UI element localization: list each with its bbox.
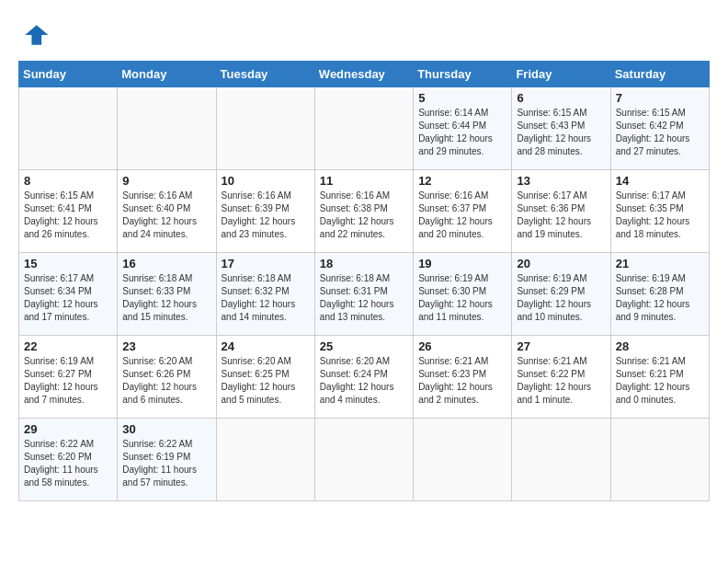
calendar-cell: 16Sunrise: 6:18 AMSunset: 6:33 PMDayligh… — [118, 253, 216, 336]
day-info: Sunrise: 6:15 AMSunset: 6:42 PMDaylight:… — [616, 107, 704, 158]
calendar-cell: 5Sunrise: 6:14 AMSunset: 6:44 PMDaylight… — [414, 87, 512, 170]
day-number: 5 — [418, 91, 506, 105]
svg-marker-0 — [25, 25, 48, 45]
day-number: 22 — [24, 339, 112, 353]
day-number: 7 — [616, 91, 704, 105]
weekday-header-row: SundayMondayTuesdayWednesdayThursdayFrid… — [19, 62, 710, 87]
day-info: Sunrise: 6:16 AMSunset: 6:39 PMDaylight:… — [222, 190, 310, 241]
day-info: Sunrise: 6:18 AMSunset: 6:32 PMDaylight:… — [222, 272, 310, 324]
day-number: 21 — [616, 257, 704, 270]
calendar-cell — [610, 419, 709, 501]
calendar-cell: 7Sunrise: 6:15 AMSunset: 6:42 PMDaylight… — [610, 87, 709, 170]
calendar-cell: 12Sunrise: 6:16 AMSunset: 6:37 PMDayligh… — [414, 170, 512, 253]
day-number: 26 — [418, 339, 506, 353]
weekday-header: Monday — [118, 62, 216, 87]
logo — [18, 18, 55, 52]
day-number: 18 — [320, 257, 408, 270]
calendar-cell: 14Sunrise: 6:17 AMSunset: 6:35 PMDayligh… — [610, 170, 709, 253]
calendar-table: SundayMondayTuesdayWednesdayThursdayFrid… — [18, 61, 710, 501]
day-info: Sunrise: 6:18 AMSunset: 6:33 PMDaylight:… — [122, 272, 210, 324]
day-number: 29 — [24, 422, 112, 436]
calendar-cell — [414, 419, 512, 501]
calendar-week-row: 29Sunrise: 6:22 AMSunset: 6:20 PMDayligh… — [19, 419, 710, 501]
day-number: 8 — [24, 174, 112, 188]
calendar-cell: 29Sunrise: 6:22 AMSunset: 6:20 PMDayligh… — [19, 419, 118, 501]
day-info: Sunrise: 6:21 AMSunset: 6:21 PMDaylight:… — [616, 355, 704, 407]
calendar-cell — [19, 87, 118, 170]
calendar-cell: 22Sunrise: 6:19 AMSunset: 6:27 PMDayligh… — [19, 336, 118, 419]
calendar-cell: 25Sunrise: 6:20 AMSunset: 6:24 PMDayligh… — [314, 336, 413, 419]
day-number: 10 — [222, 174, 310, 188]
day-info: Sunrise: 6:20 AMSunset: 6:26 PMDaylight:… — [122, 355, 210, 407]
calendar-cell: 10Sunrise: 6:16 AMSunset: 6:39 PMDayligh… — [216, 170, 314, 253]
day-number: 17 — [222, 257, 310, 270]
day-info: Sunrise: 6:17 AMSunset: 6:36 PMDaylight:… — [517, 190, 605, 241]
day-number: 30 — [122, 422, 210, 436]
day-info: Sunrise: 6:15 AMSunset: 6:43 PMDaylight:… — [517, 107, 605, 158]
day-info: Sunrise: 6:21 AMSunset: 6:22 PMDaylight:… — [517, 355, 605, 407]
calendar-cell: 9Sunrise: 6:16 AMSunset: 6:40 PMDaylight… — [118, 170, 216, 253]
calendar-cell: 23Sunrise: 6:20 AMSunset: 6:26 PMDayligh… — [118, 336, 216, 419]
calendar-cell: 26Sunrise: 6:21 AMSunset: 6:23 PMDayligh… — [414, 336, 512, 419]
day-info: Sunrise: 6:19 AMSunset: 6:29 PMDaylight:… — [517, 272, 605, 324]
weekday-header: Thursday — [414, 62, 512, 87]
day-info: Sunrise: 6:17 AMSunset: 6:35 PMDaylight:… — [616, 190, 704, 241]
calendar-cell — [118, 87, 216, 170]
day-number: 14 — [616, 174, 704, 188]
day-number: 11 — [320, 174, 408, 188]
day-info: Sunrise: 6:14 AMSunset: 6:44 PMDaylight:… — [418, 107, 506, 158]
day-info: Sunrise: 6:19 AMSunset: 6:30 PMDaylight:… — [418, 272, 506, 324]
day-info: Sunrise: 6:22 AMSunset: 6:20 PMDaylight:… — [24, 438, 112, 489]
calendar-cell: 27Sunrise: 6:21 AMSunset: 6:22 PMDayligh… — [512, 336, 610, 419]
calendar-week-row: 5Sunrise: 6:14 AMSunset: 6:44 PMDaylight… — [19, 87, 710, 170]
calendar-cell — [314, 87, 413, 170]
calendar-cell: 11Sunrise: 6:16 AMSunset: 6:38 PMDayligh… — [314, 170, 413, 253]
day-info: Sunrise: 6:16 AMSunset: 6:38 PMDaylight:… — [320, 190, 408, 241]
calendar-cell — [216, 419, 314, 501]
calendar-cell: 28Sunrise: 6:21 AMSunset: 6:21 PMDayligh… — [610, 336, 709, 419]
day-info: Sunrise: 6:20 AMSunset: 6:24 PMDaylight:… — [320, 355, 408, 407]
weekday-header: Wednesday — [314, 62, 413, 87]
day-number: 28 — [616, 339, 704, 353]
logo-icon — [18, 18, 51, 52]
day-number: 24 — [222, 339, 310, 353]
day-info: Sunrise: 6:15 AMSunset: 6:41 PMDaylight:… — [24, 190, 112, 241]
calendar-cell: 21Sunrise: 6:19 AMSunset: 6:28 PMDayligh… — [610, 253, 709, 336]
calendar-cell: 17Sunrise: 6:18 AMSunset: 6:32 PMDayligh… — [216, 253, 314, 336]
calendar-week-row: 15Sunrise: 6:17 AMSunset: 6:34 PMDayligh… — [19, 253, 710, 336]
day-number: 13 — [517, 174, 605, 188]
calendar-cell: 6Sunrise: 6:15 AMSunset: 6:43 PMDaylight… — [512, 87, 610, 170]
day-number: 15 — [24, 257, 112, 270]
day-info: Sunrise: 6:19 AMSunset: 6:28 PMDaylight:… — [616, 272, 704, 324]
calendar-week-row: 8Sunrise: 6:15 AMSunset: 6:41 PMDaylight… — [19, 170, 710, 253]
weekday-header: Sunday — [19, 62, 118, 87]
day-number: 27 — [517, 339, 605, 353]
calendar-cell: 19Sunrise: 6:19 AMSunset: 6:30 PMDayligh… — [414, 253, 512, 336]
day-info: Sunrise: 6:16 AMSunset: 6:37 PMDaylight:… — [418, 190, 506, 241]
calendar-cell: 24Sunrise: 6:20 AMSunset: 6:25 PMDayligh… — [216, 336, 314, 419]
day-info: Sunrise: 6:20 AMSunset: 6:25 PMDaylight:… — [222, 355, 310, 407]
day-number: 19 — [418, 257, 506, 270]
page-header — [18, 18, 710, 52]
weekday-header: Tuesday — [216, 62, 314, 87]
day-info: Sunrise: 6:18 AMSunset: 6:31 PMDaylight:… — [320, 272, 408, 324]
weekday-header: Friday — [512, 62, 610, 87]
day-info: Sunrise: 6:16 AMSunset: 6:40 PMDaylight:… — [122, 190, 210, 241]
day-info: Sunrise: 6:17 AMSunset: 6:34 PMDaylight:… — [24, 272, 112, 324]
day-info: Sunrise: 6:19 AMSunset: 6:27 PMDaylight:… — [24, 355, 112, 407]
calendar-cell — [512, 419, 610, 501]
day-number: 20 — [517, 257, 605, 270]
calendar-cell: 30Sunrise: 6:22 AMSunset: 6:19 PMDayligh… — [118, 419, 216, 501]
day-number: 16 — [122, 257, 210, 270]
calendar-cell: 8Sunrise: 6:15 AMSunset: 6:41 PMDaylight… — [19, 170, 118, 253]
calendar-cell — [216, 87, 314, 170]
day-number: 9 — [122, 174, 210, 188]
day-number: 25 — [320, 339, 408, 353]
calendar-cell: 18Sunrise: 6:18 AMSunset: 6:31 PMDayligh… — [314, 253, 413, 336]
calendar-cell: 15Sunrise: 6:17 AMSunset: 6:34 PMDayligh… — [19, 253, 118, 336]
day-number: 6 — [517, 91, 605, 105]
weekday-header: Saturday — [610, 62, 709, 87]
day-info: Sunrise: 6:21 AMSunset: 6:23 PMDaylight:… — [418, 355, 506, 407]
day-info: Sunrise: 6:22 AMSunset: 6:19 PMDaylight:… — [122, 438, 210, 489]
calendar-cell: 20Sunrise: 6:19 AMSunset: 6:29 PMDayligh… — [512, 253, 610, 336]
